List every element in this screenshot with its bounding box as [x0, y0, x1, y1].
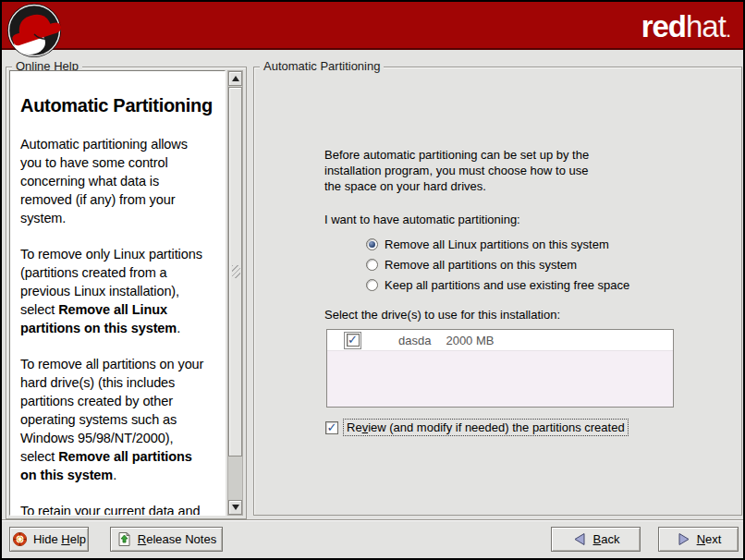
next-label: Next	[697, 532, 722, 546]
back-button[interactable]: Back	[551, 527, 641, 552]
label-text: Re	[347, 420, 362, 434]
help-paragraph: To remove all partitions on your hard dr…	[20, 355, 221, 484]
label-text: ack	[601, 532, 619, 546]
label-mnemonic: B	[593, 532, 602, 546]
radio-label: Remove all Linux partitions on this syst…	[385, 237, 609, 251]
hide-help-label: Hide Help	[33, 532, 86, 546]
label-text: ext	[705, 532, 721, 546]
intro-text: Before automatic partitioning can be set…	[324, 147, 629, 194]
hide-help-button[interactable]: Hide Help	[9, 527, 89, 552]
radio-label: Remove all partitions on this system	[385, 258, 577, 272]
partitioning-prompt: I want to have automatic partitioning:	[324, 212, 520, 227]
help-paragraph-text: To remove all partitions on your hard dr…	[20, 357, 203, 464]
arrow-right-icon	[676, 531, 691, 547]
installer-window: redhat. Online Help Automatic Partitioni…	[0, 0, 745, 560]
radio-button-icon[interactable]	[366, 259, 378, 271]
review-checkbox-icon[interactable]: ✓	[325, 421, 338, 434]
radio-label: Keep all partitions and use existing fre…	[385, 278, 629, 292]
help-paragraph: Automatic partitioning allows you to hav…	[20, 135, 221, 227]
drive-list[interactable]: ✓ dasda 2000 MB	[326, 329, 674, 408]
redhat-wordmark: redhat.	[641, 9, 730, 44]
arrow-left-icon	[572, 531, 588, 547]
drive-checkbox-icon[interactable]: ✓	[347, 334, 360, 347]
scrollbar-up-button[interactable]	[228, 71, 242, 86]
radio-button-icon[interactable]	[366, 238, 378, 250]
label-mnemonic: N	[697, 532, 705, 546]
scrollbar-down-button[interactable]	[228, 500, 242, 515]
radio-remove-all-partitions[interactable]: Remove all partitions on this system	[366, 256, 577, 273]
drives-select-label: Select the drive(s) to use for this inst…	[324, 307, 560, 323]
label-text: elp	[70, 532, 86, 546]
scrollbar-grip-icon	[232, 265, 240, 278]
help-title: Automatic Partitioning	[20, 95, 221, 116]
back-label: Back	[593, 532, 620, 546]
scroll-up-icon	[232, 76, 239, 81]
help-paragraph-text: .	[177, 321, 180, 335]
label-text: Hide	[33, 532, 61, 546]
review-checkbox-label: Review (and modify if needed) the partit…	[343, 419, 629, 436]
radio-keep-all-partitions[interactable]: Keep all partitions and use existing fre…	[366, 276, 629, 293]
scroll-down-icon	[232, 505, 239, 510]
review-partitions-checkbox-row[interactable]: ✓ Review (and modify if needed) the part…	[325, 419, 629, 436]
drive-name: dasda	[398, 334, 431, 347]
banner: redhat.	[2, 2, 743, 50]
next-button[interactable]: Next	[658, 527, 739, 552]
radio-button-icon[interactable]	[366, 279, 378, 291]
wordmark-hat: hat	[686, 9, 726, 43]
automatic-partitioning-panel: Automatic Partitioning Before automatic …	[253, 67, 742, 516]
online-help-panel: Online Help Automatic Partitioning Autom…	[6, 67, 247, 519]
label-mnemonic: R	[138, 532, 146, 546]
label-text: elease Notes	[146, 532, 216, 546]
help-content: Automatic Partitioning Automatic partiti…	[10, 71, 225, 516]
label-text: iew (and modify if needed) the partition…	[368, 420, 625, 434]
release-notes-button[interactable]: Release Notes	[110, 527, 223, 552]
help-paragraph: To remove only Linux partitions (partiti…	[20, 245, 221, 337]
redhat-shadowman-logo-icon	[6, 3, 64, 60]
release-notes-label: Release Notes	[138, 532, 216, 546]
drive-checkbox-cell[interactable]: ✓	[344, 332, 361, 349]
radio-remove-linux-partitions[interactable]: Remove all Linux partitions on this syst…	[366, 236, 609, 252]
release-notes-page-icon	[116, 531, 132, 547]
help-paragraph-clipped: To retain your current data and	[20, 502, 221, 516]
footer-bar: Hide Help Release Notes Back Next	[2, 519, 743, 558]
wordmark-dot: .	[726, 18, 730, 42]
scrollbar-thumb[interactable]	[228, 87, 242, 457]
label-mnemonic: H	[61, 532, 69, 546]
automatic-partitioning-frame-label: Automatic Partitioning	[260, 59, 384, 74]
life-preserver-icon	[12, 531, 28, 547]
wordmark-red: red	[641, 9, 686, 43]
help-text-viewport: Automatic Partitioning Automatic partiti…	[9, 70, 226, 516]
drive-size: 2000 MB	[446, 334, 494, 347]
help-paragraph-text: .	[113, 468, 116, 482]
drive-row-dasda[interactable]: ✓ dasda 2000 MB	[327, 330, 673, 351]
help-scrollbar[interactable]	[227, 70, 243, 516]
